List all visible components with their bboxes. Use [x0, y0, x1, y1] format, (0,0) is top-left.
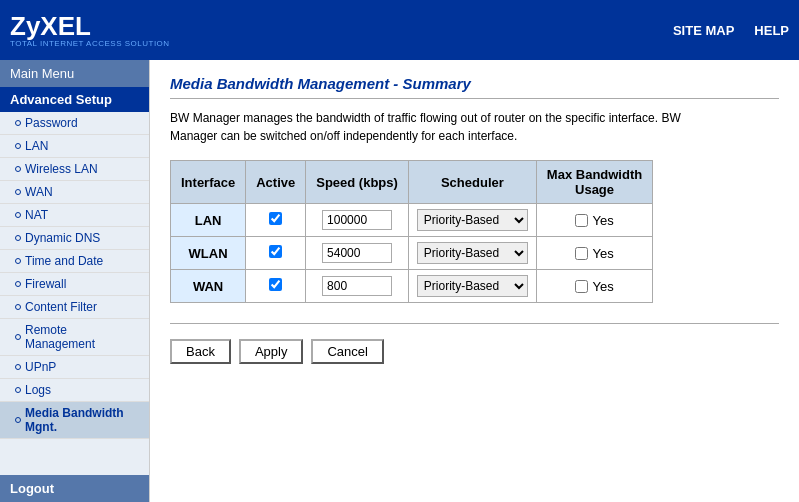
- sidebar-item-wan[interactable]: WAN: [0, 181, 149, 204]
- row-wan-interface: WAN: [171, 270, 246, 303]
- wan-active-checkbox[interactable]: [269, 278, 282, 291]
- sidebar-item-dynamic-dns[interactable]: Dynamic DNS: [0, 227, 149, 250]
- yes-label: Yes: [592, 246, 613, 261]
- row-lan-active: [246, 204, 306, 237]
- sidebar-item-nat[interactable]: NAT: [0, 204, 149, 227]
- wan-max-bw-checkbox[interactable]: [575, 280, 588, 293]
- help-link[interactable]: HELP: [754, 23, 789, 38]
- col-scheduler: Scheduler: [408, 161, 536, 204]
- sidebar: Main Menu Advanced Setup Password LAN Wi…: [0, 60, 150, 502]
- sidebar-item-label: WAN: [25, 185, 53, 199]
- bullet-icon: [15, 304, 21, 310]
- sidebar-item-label: Password: [25, 116, 78, 130]
- bullet-icon: [15, 258, 21, 264]
- bullet-icon: [15, 120, 21, 126]
- row-wlan-active: [246, 237, 306, 270]
- apply-button[interactable]: Apply: [239, 339, 304, 364]
- row-lan-scheduler: Priority-Based Fairness-Based: [408, 204, 536, 237]
- main-menu-item[interactable]: Main Menu: [0, 60, 149, 87]
- col-max-bw: Max BandwidthUsage: [536, 161, 652, 204]
- sidebar-item-label: Content Filter: [25, 300, 97, 314]
- logo-text: ZyXEL: [10, 13, 170, 39]
- sidebar-item-label: Media Bandwidth Mgnt.: [25, 406, 139, 434]
- sidebar-item-label: UPnP: [25, 360, 56, 374]
- row-wan-scheduler: Priority-Based Fairness-Based: [408, 270, 536, 303]
- lan-speed-input[interactable]: [322, 210, 392, 230]
- sidebar-item-label: NAT: [25, 208, 48, 222]
- lan-active-checkbox[interactable]: [269, 212, 282, 225]
- table-body: LAN Priority-Based Fairness-Based: [171, 204, 653, 303]
- sidebar-item-content-filter[interactable]: Content Filter: [0, 296, 149, 319]
- bullet-icon: [15, 387, 21, 393]
- row-wlan-max-bw: Yes: [536, 237, 652, 270]
- bullet-icon: [15, 417, 21, 423]
- sidebar-item-label: Logs: [25, 383, 51, 397]
- row-lan-max-bw: Yes: [536, 204, 652, 237]
- logo-area: ZyXEL Total Internet Access Solution: [0, 8, 180, 53]
- sidebar-item-label: Remote Management: [25, 323, 139, 351]
- bullet-icon: [15, 364, 21, 370]
- description: BW Manager manages the bandwidth of traf…: [170, 109, 779, 145]
- row-wan-active: [246, 270, 306, 303]
- logout-area: Logout: [0, 475, 149, 502]
- button-row: Back Apply Cancel: [170, 339, 779, 364]
- sidebar-item-logs[interactable]: Logs: [0, 379, 149, 402]
- wan-scheduler-select[interactable]: Priority-Based Fairness-Based: [417, 275, 528, 297]
- lan-max-bw-checkbox[interactable]: [575, 214, 588, 227]
- row-wlan-speed: [306, 237, 409, 270]
- bullet-icon: [15, 334, 21, 340]
- row-wlan-interface: WLAN: [171, 237, 246, 270]
- logo-sub: Total Internet Access Solution: [10, 39, 170, 48]
- sidebar-items: Password LAN Wireless LAN WAN NAT: [0, 112, 149, 439]
- col-speed: Speed (kbps): [306, 161, 409, 204]
- layout: Main Menu Advanced Setup Password LAN Wi…: [0, 60, 799, 502]
- table-row: WAN Priority-Based Fairness-Based: [171, 270, 653, 303]
- logout-link[interactable]: Logout: [10, 481, 54, 496]
- wlan-max-bw-checkbox[interactable]: [575, 247, 588, 260]
- page-title: Media Bandwidth Management - Summary: [170, 75, 779, 99]
- sidebar-item-remote-management[interactable]: Remote Management: [0, 319, 149, 356]
- sidebar-item-password[interactable]: Password: [0, 112, 149, 135]
- wlan-speed-input[interactable]: [322, 243, 392, 263]
- row-wlan-scheduler: Priority-Based Fairness-Based: [408, 237, 536, 270]
- row-lan-speed: [306, 204, 409, 237]
- table-row: LAN Priority-Based Fairness-Based: [171, 204, 653, 237]
- sidebar-item-label: LAN: [25, 139, 48, 153]
- header: ZyXEL Total Internet Access Solution SIT…: [0, 0, 799, 60]
- cancel-button[interactable]: Cancel: [311, 339, 383, 364]
- sidebar-item-label: Dynamic DNS: [25, 231, 100, 245]
- sidebar-item-media-bw[interactable]: Media Bandwidth Mgnt.: [0, 402, 149, 439]
- sidebar-item-lan[interactable]: LAN: [0, 135, 149, 158]
- sidebar-item-time-and-date[interactable]: Time and Date: [0, 250, 149, 273]
- bullet-icon: [15, 235, 21, 241]
- row-lan-interface: LAN: [171, 204, 246, 237]
- advanced-setup-header: Advanced Setup: [0, 87, 149, 112]
- wlan-scheduler-select[interactable]: Priority-Based Fairness-Based: [417, 242, 528, 264]
- sidebar-item-upnp[interactable]: UPnP: [0, 356, 149, 379]
- lan-scheduler-select[interactable]: Priority-Based Fairness-Based: [417, 209, 528, 231]
- sidebar-item-firewall[interactable]: Firewall: [0, 273, 149, 296]
- yes-label: Yes: [592, 213, 613, 228]
- sidebar-item-label: Time and Date: [25, 254, 103, 268]
- sidebar-item-wireless-lan[interactable]: Wireless LAN: [0, 158, 149, 181]
- description-line2: Manager can be switched on/off independe…: [170, 129, 517, 143]
- yes-label: Yes: [592, 279, 613, 294]
- sidebar-item-label: Firewall: [25, 277, 66, 291]
- wan-speed-input[interactable]: [322, 276, 392, 296]
- site-map-link[interactable]: SITE MAP: [673, 23, 734, 38]
- bullet-icon: [15, 189, 21, 195]
- description-line1: BW Manager manages the bandwidth of traf…: [170, 111, 681, 125]
- back-button[interactable]: Back: [170, 339, 231, 364]
- col-active: Active: [246, 161, 306, 204]
- bw-table: Interface Active Speed (kbps) Scheduler …: [170, 160, 653, 303]
- table-row: WLAN Priority-Based Fairness-Based: [171, 237, 653, 270]
- header-links: SITE MAP HELP: [673, 23, 789, 38]
- bullet-icon: [15, 281, 21, 287]
- row-wan-max-bw: Yes: [536, 270, 652, 303]
- sidebar-item-label: Wireless LAN: [25, 162, 98, 176]
- row-wan-speed: [306, 270, 409, 303]
- main-content: Media Bandwidth Management - Summary BW …: [150, 60, 799, 502]
- bullet-icon: [15, 143, 21, 149]
- wlan-active-checkbox[interactable]: [269, 245, 282, 258]
- bullet-icon: [15, 166, 21, 172]
